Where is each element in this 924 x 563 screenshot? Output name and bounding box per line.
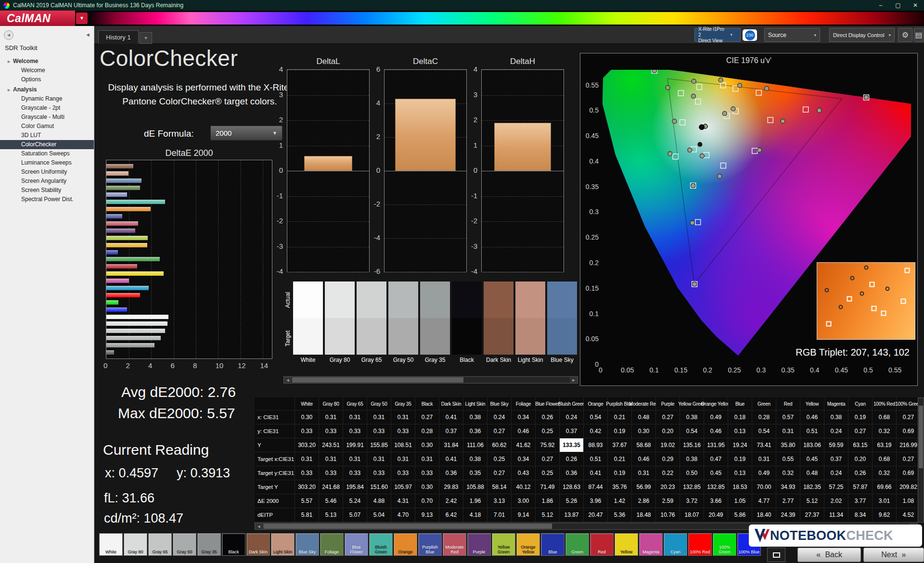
strip-swatch-blue-sky[interactable]: Blue Sky xyxy=(547,282,577,365)
strip-swatch-light-skin[interactable]: Light Skin xyxy=(515,282,545,365)
scroll-left-icon[interactable]: ◄ xyxy=(284,377,292,383)
inset-measured-point xyxy=(886,287,890,291)
table-cell: 0.31 xyxy=(295,452,319,466)
sidebar-item-grayscale-2pt[interactable]: Grayscale - 2pt xyxy=(0,103,94,113)
table-cell: 0.69 xyxy=(897,424,921,438)
table-vscrollbar[interactable] xyxy=(918,397,924,523)
patch-button-gray-65[interactable]: Gray 65 xyxy=(148,533,172,556)
inset-target-point xyxy=(869,282,874,287)
sidebar-item-screen-stability[interactable]: Screen Stability xyxy=(0,186,94,195)
patch-button-white[interactable]: White xyxy=(99,533,123,556)
patch-button-black[interactable]: Black xyxy=(222,533,245,556)
patch-button-bluish-green[interactable]: Bluish Green xyxy=(369,533,393,556)
table-cell: 0.38 xyxy=(680,410,704,424)
sidebar-item-options[interactable]: Options xyxy=(0,75,94,84)
table-cell: 0.21 xyxy=(608,410,632,424)
strip-swatch-black[interactable]: Black xyxy=(452,282,482,365)
sidebar-item-grayscale-multi[interactable]: Grayscale - Multi xyxy=(0,113,94,122)
close-button[interactable]: ✕ xyxy=(907,2,924,9)
swatch-scrollbar[interactable]: ◄ ► xyxy=(283,376,578,384)
patch-button-orange-yellow[interactable]: Orange Yellow xyxy=(516,533,540,556)
nav-back-icon[interactable]: ◄ xyxy=(4,30,13,40)
patch-button-gray-80[interactable]: Gray 80 xyxy=(124,533,147,556)
gear-icon: ⚙ xyxy=(902,30,909,39)
patch-button-blue[interactable]: Blue xyxy=(541,533,565,556)
scrollbar-thumb[interactable] xyxy=(919,406,923,468)
settings-button[interactable]: ⚙ xyxy=(898,28,912,42)
patch-button-magenta[interactable]: Magenta xyxy=(639,533,663,556)
expand-arrow-icon[interactable]: ▸ xyxy=(8,87,10,92)
scroll-left-icon[interactable]: ◄ xyxy=(255,523,263,529)
patch-button-100-red[interactable]: 100% Red xyxy=(688,533,712,556)
gridline xyxy=(287,196,369,197)
sidebar-section-welcome[interactable]: ▸Welcome xyxy=(0,56,94,66)
patch-table: WhiteGray 80Gray 65Gray 50Gray 35BlackDa… xyxy=(255,397,924,522)
patch-button-purple[interactable]: Purple xyxy=(467,533,491,556)
sidebar-item-color-gamut[interactable]: Color Gamut xyxy=(0,122,94,131)
strip-swatch-white[interactable]: White xyxy=(293,282,323,365)
strip-swatch-gray-80[interactable]: Gray 80 xyxy=(325,282,355,365)
measured-point-foliage xyxy=(691,94,695,98)
table-cell: 8.34 xyxy=(848,508,873,522)
patch-button-red[interactable]: Red xyxy=(590,533,614,556)
patch-button-purplish-blue[interactable]: Purplish Blue xyxy=(418,533,442,556)
patch-button-yellow[interactable]: Yellow xyxy=(615,533,638,556)
deltae-bar-row xyxy=(106,350,272,355)
minimize-button[interactable]: – xyxy=(872,2,889,9)
maximize-button[interactable]: ▢ xyxy=(889,2,907,9)
table-cell: 0.57 xyxy=(776,410,800,424)
strip-swatch-gray-35[interactable]: Gray 35 xyxy=(420,282,450,365)
patch-button-foliage[interactable]: Foliage xyxy=(320,533,344,556)
next-button[interactable]: Next » xyxy=(863,548,924,562)
patch-button-light-skin[interactable]: Light Skin xyxy=(271,533,295,556)
patch-button-cyan[interactable]: Cyan xyxy=(664,533,687,556)
display-control-dropdown[interactable]: Direct Display Control ▾ xyxy=(829,28,895,42)
strip-swatch-dark-skin[interactable]: Dark Skin xyxy=(484,282,513,365)
sidebar-item-saturation-sweeps[interactable]: Saturation Sweeps xyxy=(0,149,94,158)
meter-dropdown[interactable]: X-Rite i1Pro 2 Direct View ▾ xyxy=(694,28,741,42)
patch-button-gray-35[interactable]: Gray 35 xyxy=(197,533,221,556)
table-cell: 0.30 xyxy=(415,438,439,452)
sidebar-section-analysis[interactable]: ▸Analysis xyxy=(0,84,94,94)
patch-button-blue-sky[interactable]: Blue Sky xyxy=(295,533,319,556)
logo-menu-arrow-icon[interactable]: ▼ xyxy=(76,13,88,24)
scrollbar-thumb[interactable] xyxy=(292,377,463,383)
sidebar-item-screen-uniformity[interactable]: Screen Uniformity xyxy=(0,167,94,177)
table-cell: 20.47 xyxy=(584,508,608,522)
layout-button[interactable]: ▤ xyxy=(914,28,924,42)
add-tab-button[interactable]: + xyxy=(140,32,152,44)
sidebar-item-dynamic-range[interactable]: Dynamic Range xyxy=(0,94,94,103)
scroll-right-icon[interactable]: ► xyxy=(570,377,578,383)
sidebar-item-spectral-power-dist[interactable]: Spectral Power Dist. xyxy=(0,195,94,204)
sidebar-item-screen-angularity[interactable]: Screen Angularity xyxy=(0,177,94,186)
patch-button-moderate-red[interactable]: Moderate Red xyxy=(443,533,466,556)
sidebar-item-welcome[interactable]: Welcome xyxy=(0,66,94,75)
source-dropdown[interactable]: Source ▾ xyxy=(764,28,820,42)
strip-swatch-gray-65[interactable]: Gray 65 xyxy=(357,282,386,365)
table-cell: 0.24 xyxy=(560,410,584,424)
scrollbar-thumb[interactable] xyxy=(263,524,552,529)
swatch-actual xyxy=(515,282,545,318)
sidebar-item-3d-lut[interactable]: 3D LUT xyxy=(0,131,94,140)
calman-logo[interactable]: CalMAN xyxy=(0,11,75,26)
expand-arrow-icon[interactable]: ▸ xyxy=(8,59,10,64)
tab-history-1[interactable]: History 1 xyxy=(98,30,139,44)
swatch-actual xyxy=(388,282,418,318)
strip-swatch-gray-50[interactable]: Gray 50 xyxy=(388,282,418,365)
sidebar-item-colorchecker[interactable]: ColorChecker xyxy=(0,140,94,149)
axis-tick-label: 0.45 xyxy=(832,366,851,374)
back-button[interactable]: « Back xyxy=(797,548,861,562)
patch-button-dark-skin[interactable]: Dark Skin xyxy=(246,533,270,556)
table-cell: 0.46 xyxy=(704,424,728,438)
patch-button-blue-flower[interactable]: Blue Flower xyxy=(345,533,368,556)
patch-button-gray-50[interactable]: Gray 50 xyxy=(173,533,196,556)
sidebar-item-luminance-sweeps[interactable]: Luminance Sweeps xyxy=(0,158,94,167)
sidebar-collapse-icon[interactable]: ◄ xyxy=(85,32,90,38)
patch-button-100-green[interactable]: 100% Green xyxy=(713,533,736,556)
patch-button-yellow-green[interactable]: Yellow Green xyxy=(492,533,515,556)
patch-button-green[interactable]: Green xyxy=(565,533,589,556)
table-cell: 4.77 xyxy=(752,494,776,508)
patch-button-orange[interactable]: Orange xyxy=(394,533,417,556)
pattern-window-button[interactable] xyxy=(767,548,785,562)
patch-button-label: Purplish Blue xyxy=(419,545,441,555)
